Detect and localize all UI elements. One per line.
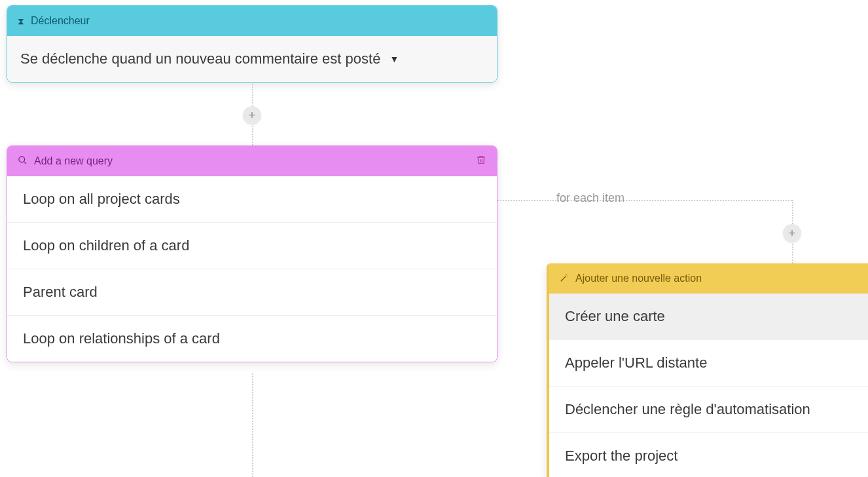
trigger-body-text: Se déclenche quand un nouveau commentair…	[20, 50, 380, 67]
trigger-header: ⧗ Déclencheur	[7, 6, 497, 36]
caret-down-icon: ▼	[389, 54, 399, 64]
svg-line-1	[24, 161, 26, 164]
query-item-label: Parent card	[23, 284, 98, 300]
search-icon	[18, 155, 27, 167]
query-list: Loop on all project cards Loop on childr…	[7, 176, 497, 362]
action-header-label: Ajouter une nouvelle action	[575, 273, 702, 284]
action-item-label: Appeler l'URL distante	[565, 354, 707, 371]
trigger-header-label: Déclencheur	[31, 15, 90, 27]
query-header-label: Add a new query	[34, 155, 113, 167]
query-card: Add a new query Loop on all project card…	[7, 145, 497, 362]
action-header: Ajouter une nouvelle action	[549, 263, 868, 294]
query-item-label: Loop on relationships of a card	[23, 330, 220, 347]
hourglass-icon: ⧗	[18, 16, 24, 27]
action-item-label: Déclencher une règle d'automatisation	[565, 401, 810, 417]
connector-line	[252, 373, 253, 477]
add-step-button[interactable]: +	[243, 106, 261, 124]
connector-line	[497, 200, 792, 201]
query-item[interactable]: Loop on all project cards	[7, 176, 497, 222]
action-item[interactable]: Créer une carte	[549, 294, 868, 339]
query-item[interactable]: Parent card	[7, 269, 497, 315]
query-item[interactable]: Loop on children of a card	[7, 222, 497, 269]
action-card: Ajouter une nouvelle action Créer une ca…	[547, 263, 868, 477]
for-each-label: for each item	[556, 191, 624, 205]
trigger-select[interactable]: Se déclenche quand un nouveau commentair…	[7, 36, 497, 82]
action-item[interactable]: Appeler l'URL distante	[549, 339, 868, 386]
action-item-label: Créer une carte	[565, 308, 665, 324]
wand-icon	[560, 273, 569, 284]
add-action-button[interactable]: +	[783, 224, 801, 242]
query-item-label: Loop on children of a card	[23, 237, 189, 254]
query-item-label: Loop on all project cards	[23, 191, 180, 207]
query-item[interactable]: Loop on relationships of a card	[7, 315, 497, 362]
action-item[interactable]: Export the project	[549, 432, 868, 477]
delete-query-button[interactable]	[476, 155, 486, 168]
trigger-card: ⧗ Déclencheur Se déclenche quand un nouv…	[7, 5, 497, 83]
svg-point-0	[19, 157, 25, 162]
action-item-label: Export the project	[565, 448, 678, 464]
action-item[interactable]: Déclencher une règle d'automatisation	[549, 386, 868, 432]
action-list: Créer une carte Appeler l'URL distante D…	[549, 294, 868, 477]
query-header: Add a new query	[7, 146, 497, 176]
